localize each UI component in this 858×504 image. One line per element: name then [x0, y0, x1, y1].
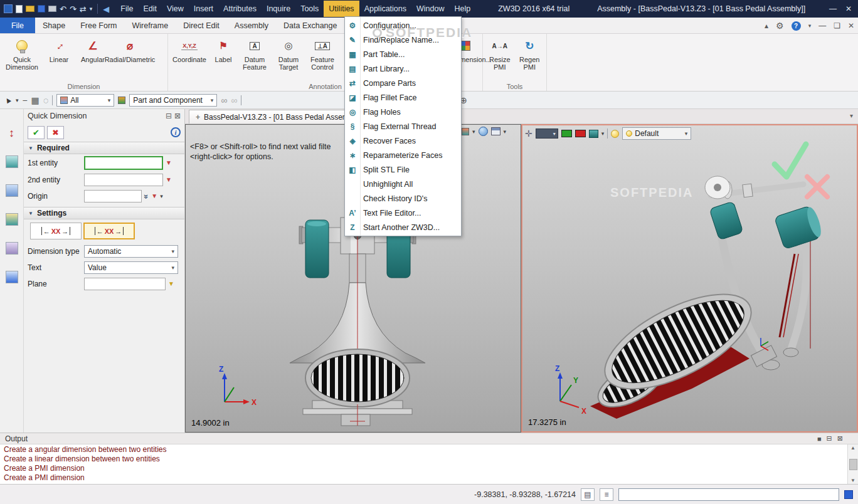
- ribbon-tab[interactable]: Shape: [35, 18, 73, 33]
- link-icon[interactable]: ∞: [221, 96, 227, 105]
- settings-section-header[interactable]: ▼ Settings: [24, 207, 184, 219]
- sync-icon[interactable]: ⇄: [80, 5, 87, 13]
- ribbon-tab[interactable]: Data Exchange: [276, 18, 344, 33]
- menu-item[interactable]: Unhighlight All: [345, 177, 461, 191]
- datum-target-button[interactable]: ◎ Datum Target: [272, 36, 305, 71]
- panel-minimize-icon[interactable]: ⊟: [166, 112, 172, 120]
- unlink-icon[interactable]: ∞: [231, 96, 237, 105]
- solid-manager-icon[interactable]: [6, 213, 18, 226]
- grid-edit-icon[interactable]: ▦: [31, 96, 40, 105]
- layers-icon[interactable]: [589, 130, 598, 138]
- menubar-item[interactable]: Help: [450, 1, 476, 17]
- display-preset-combobox[interactable]: Default: [622, 127, 691, 140]
- regen-pmi-button[interactable]: ↻ Regen PMI: [516, 36, 544, 71]
- save-icon[interactable]: [38, 5, 45, 13]
- label-button[interactable]: ⚑ Label: [209, 36, 237, 63]
- minimize-ribbon-icon[interactable]: ▴: [765, 21, 768, 30]
- menubar-item[interactable]: Utilities: [324, 1, 359, 17]
- menubar-item[interactable]: Applications: [359, 1, 411, 17]
- expand-chevrons-icon[interactable]: »: [142, 194, 151, 198]
- first-entity-input[interactable]: [84, 156, 163, 170]
- origin-input[interactable]: [84, 190, 142, 202]
- command-input[interactable]: [618, 488, 839, 501]
- cancel-button[interactable]: ✖: [47, 126, 64, 139]
- menu-item[interactable]: A’ Text File Editor...: [345, 206, 461, 220]
- feature-control-button[interactable]: ⊥A Feature Control: [306, 36, 339, 71]
- resize-grip[interactable]: [844, 490, 853, 499]
- scroll-down-icon[interactable]: ▼: [850, 478, 855, 483]
- dashed-circle-icon[interactable]: ◌: [43, 96, 48, 105]
- text-select[interactable]: Value: [84, 261, 178, 274]
- menu-item[interactable]: ⇄ Compare Parts: [345, 76, 461, 90]
- pick-entity-icon[interactable]: ▼: [166, 177, 172, 183]
- pick-origin-icon[interactable]: ▼: [151, 193, 157, 199]
- coordinate-button[interactable]: X,Y,Z Coordinate: [171, 36, 208, 63]
- plane-input[interactable]: [84, 278, 166, 290]
- menu-item[interactable]: ◧ Split STL File: [345, 162, 461, 177]
- back-arrow-icon[interactable]: ◀: [103, 5, 109, 13]
- mdi-minimize-icon[interactable]: —: [818, 21, 826, 30]
- undo-icon[interactable]: ↶: [60, 5, 66, 13]
- menu-item[interactable]: ▤ Part Library...: [345, 61, 461, 76]
- visual-manager-icon[interactable]: [6, 242, 18, 255]
- window-icon[interactable]: [491, 127, 500, 135]
- menubar-item[interactable]: Insert: [189, 1, 218, 17]
- dimension-style-offset-toggle[interactable]: ←XX→: [83, 223, 135, 239]
- menu-item[interactable]: ◈ Recover Faces: [345, 134, 461, 148]
- output-scrollbar[interactable]: ▲ ▼: [847, 444, 858, 484]
- render-swatch-icon[interactable]: [462, 128, 469, 135]
- window-caret-icon[interactable]: ▾: [504, 129, 507, 135]
- minimize-button[interactable]: —: [829, 4, 837, 13]
- ok-button[interactable]: ✔: [28, 126, 45, 139]
- menubar-item[interactable]: Attributes: [218, 1, 262, 17]
- history-manager-icon[interactable]: [6, 155, 18, 168]
- ribbon-tab[interactable]: Assembly: [227, 18, 276, 33]
- print-icon[interactable]: [48, 6, 56, 12]
- mdi-restore-icon[interactable]: ❏: [834, 21, 840, 30]
- radial-dimension-button[interactable]: ⌀ Radial/Diametric: [110, 36, 149, 63]
- menubar-item[interactable]: View: [162, 1, 189, 17]
- scroll-up-icon[interactable]: ▲: [850, 445, 855, 451]
- output-log[interactable]: Create a angular dimension between two e…: [0, 444, 847, 484]
- ruler-toggle-button[interactable]: ▤: [581, 488, 595, 501]
- red-swatch-icon[interactable]: [575, 130, 586, 137]
- info-icon[interactable]: i: [171, 127, 181, 137]
- menu-item[interactable]: Check History ID's: [345, 191, 461, 206]
- required-section-header[interactable]: ▼ Required: [24, 142, 184, 154]
- assembly-manager-icon[interactable]: [6, 184, 18, 197]
- mdi-close-icon[interactable]: ✕: [848, 21, 854, 30]
- scroll-thumb[interactable]: [849, 459, 857, 470]
- new-document-icon[interactable]: [16, 5, 23, 13]
- display-mode-select[interactable]: ▾: [536, 129, 558, 139]
- menubar-item[interactable]: Window: [411, 1, 449, 17]
- quick-dimension-button[interactable]: Quick Dimension: [3, 36, 41, 71]
- linear-dimension-button[interactable]: ↔ Linear: [43, 36, 75, 63]
- viewport-isometric[interactable]: Z Y X ✛ ▾ ▾ Default SOFTPEDIA: [521, 124, 858, 433]
- scope-combobox[interactable]: Part and Component: [129, 94, 217, 107]
- menubar-item[interactable]: File: [115, 1, 138, 17]
- output-pin-icon[interactable]: ■: [817, 435, 822, 443]
- layers-caret-icon[interactable]: ▾: [601, 130, 605, 137]
- filter-combobox[interactable]: All: [56, 94, 114, 107]
- file-tab[interactable]: File: [0, 18, 35, 33]
- deselect-icon[interactable]: −: [22, 96, 27, 105]
- list-toggle-button[interactable]: ≡: [600, 488, 613, 501]
- qat-more-caret-icon[interactable]: ▾: [90, 6, 93, 12]
- pin-icon[interactable]: ✛: [525, 129, 532, 138]
- role-manager-icon[interactable]: [6, 271, 18, 283]
- open-file-icon[interactable]: [26, 6, 34, 12]
- output-close-icon[interactable]: ⊠: [837, 434, 843, 443]
- ribbon-tab[interactable]: Wireframe: [125, 18, 176, 33]
- menu-item[interactable]: ▦ Part Table...: [345, 47, 461, 61]
- ribbon-tab[interactable]: Direct Edit: [176, 18, 227, 33]
- datum-feature-button[interactable]: A Datum Feature: [238, 36, 271, 71]
- redo-icon[interactable]: ↷: [70, 5, 77, 13]
- help-caret-icon[interactable]: ▾: [808, 23, 812, 29]
- scope-icon[interactable]: [118, 97, 125, 104]
- tab-overflow-icon[interactable]: ▾: [850, 112, 853, 119]
- swatch-caret-icon[interactable]: ▾: [472, 129, 475, 135]
- pick-plane-icon[interactable]: ▼: [168, 281, 174, 287]
- menu-item[interactable]: ◎ Flag Holes: [345, 105, 461, 119]
- resize-pmi-button[interactable]: A→A Resize PMI: [485, 36, 514, 71]
- origin-caret-icon[interactable]: ▾: [160, 193, 163, 199]
